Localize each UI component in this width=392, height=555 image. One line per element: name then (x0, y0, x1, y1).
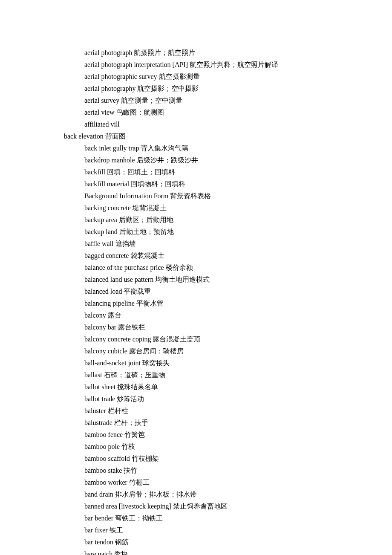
term-english: band drain (84, 491, 113, 498)
term-chinese: 竹篱笆 (124, 431, 145, 438)
glossary-entry: banned area [livestock keeping] 禁止饲养禽畜地区 (64, 500, 354, 512)
term-chinese: 炒筹活动 (117, 395, 144, 402)
term-chinese: 扶竹 (124, 467, 137, 474)
glossary-entry: bare patch 秃块 (64, 548, 354, 555)
term-chinese: 航空摄影；空中摄影 (137, 85, 199, 92)
term-english: baluster (84, 407, 106, 414)
term-chinese: 平衡水管 (136, 300, 164, 307)
term-english: backing concrete (84, 204, 131, 211)
term-english: bamboo pole (84, 443, 120, 450)
glossary-entry: backup area 后勤区；后勤用地 (64, 214, 354, 226)
term-english: aerial survey (84, 97, 119, 104)
glossary-entry: Background Information Form 背景资料表格 (64, 190, 354, 202)
term-english: balcony bar (84, 324, 116, 331)
term-chinese: 后勤区；后勤用地 (119, 216, 173, 223)
term-chinese: 石碴；道碴；压重物 (104, 371, 165, 379)
glossary-entry: backup land 后勤土地；预留地 (64, 226, 354, 238)
term-english: balcony concrete coping (84, 335, 151, 343)
term-english: Background Information Form (84, 192, 168, 199)
term-chinese: 露台 (108, 312, 121, 319)
glossary-entry: aerial photography 航空摄影；空中摄影 (64, 83, 354, 95)
glossary-entry: aerial photograph 航摄照片；航空照片 (64, 47, 354, 59)
glossary-entry: ballot sheet 搅珠结果名单 (64, 381, 354, 393)
term-english: backdrop manhole (84, 156, 135, 164)
term-chinese: 钢筋 (115, 538, 129, 546)
glossary-entry: bar tendon 钢筋 (64, 536, 354, 548)
glossary-entry: balustrade 栏杆；扶手 (64, 417, 354, 429)
glossary-entry: balanced land use pattern 均衡土地用途模式 (64, 274, 354, 286)
glossary-entry: balcony concrete coping 露台混凝土盖顶 (64, 333, 354, 345)
document-page: aerial photograph 航摄照片；航空照片aerial photog… (0, 0, 392, 555)
glossary-entry: ball-and-socket joint 球窝接头 (64, 357, 354, 369)
term-english: bar fixer (84, 526, 108, 534)
term-english: back elevation (64, 133, 104, 140)
glossary-entry: bamboo fence 竹篱笆 (64, 429, 354, 441)
glossary-entry: baffle wall 遮挡墙 (64, 238, 354, 250)
term-chinese: 航空摄影测量 (159, 73, 200, 80)
glossary-entry: balcony cubicle 露台房间；骑楼房 (64, 345, 354, 357)
term-english: ballot sheet (84, 383, 115, 390)
term-chinese: 平衡载重 (124, 288, 151, 295)
term-chinese: 秃块 (114, 550, 128, 555)
term-english: bar tendon (84, 538, 113, 546)
term-chinese: 鸟瞰图；航测图 (116, 109, 164, 116)
glossary-entry: band drain 排水肩带；排水板；排水带 (64, 489, 354, 500)
glossary-entry: bar bender 弯铁工；拗铁工 (64, 512, 354, 524)
term-english: ballast (84, 371, 102, 379)
term-chinese: 栏杆柱 (108, 407, 128, 414)
term-english: bamboo fence (84, 431, 123, 438)
term-chinese: 禁止饲养禽畜地区 (173, 503, 228, 510)
glossary-entry: affiliated vill (64, 119, 354, 130)
term-chinese: 背入集水沟气隔 (141, 145, 188, 152)
glossary-entry: bamboo stake 扶竹 (64, 465, 354, 477)
term-english: aerial view (84, 109, 115, 116)
term-english: backfill (84, 168, 105, 176)
glossary-entry: balcony 露台 (64, 309, 354, 321)
glossary-entry: aerial survey 航空测量；空中测量 (64, 95, 354, 107)
glossary-entry: back elevation 背面图 (64, 130, 354, 142)
term-chinese: 回填；回填土；回填料 (107, 168, 175, 176)
term-english: ball-and-socket joint (84, 359, 141, 367)
term-chinese: 竹棚工 (129, 479, 150, 486)
glossary-entry: backfill material 回填物料；回填料 (64, 178, 354, 190)
glossary-entry: aerial photograph interpretation [API] 航… (64, 59, 354, 71)
glossary-entry: balanced load 平衡载重 (64, 286, 354, 298)
glossary-entry: bar fixer 铁工 (64, 524, 354, 536)
term-chinese: 遮挡墙 (115, 240, 136, 247)
term-chinese: 搅珠结果名单 (117, 383, 158, 390)
term-english: backfill material (84, 180, 129, 188)
glossary-entry: back inlet gully trap 背入集水沟气隔 (64, 142, 354, 154)
term-chinese: 楼价余额 (166, 264, 193, 271)
term-english: bagged concrete (84, 252, 129, 259)
term-english: bamboo scaffold (84, 455, 130, 462)
term-chinese: 露台铁栏 (118, 324, 145, 331)
term-chinese: 背景资料表格 (170, 192, 211, 199)
term-chinese: 栏杆；扶手 (114, 419, 148, 426)
term-english: back inlet gully trap (84, 145, 139, 152)
glossary-entry: balcony bar 露台铁栏 (64, 321, 354, 333)
glossary-entry: ballot trade 炒筹活动 (64, 393, 354, 405)
term-chinese: 竹枝 (121, 443, 135, 450)
term-english: backup area (84, 216, 117, 223)
glossary-entry: bamboo worker 竹棚工 (64, 477, 354, 489)
term-english: backup land (84, 228, 118, 235)
term-english: bar bender (84, 515, 113, 522)
term-chinese: 航空测量；空中测量 (121, 97, 182, 104)
term-chinese: 排水肩带；排水板；排水带 (115, 491, 197, 498)
glossary-entry: aerial photographic survey 航空摄影测量 (64, 71, 354, 83)
glossary-entry: bagged concrete 袋装混凝土 (64, 250, 354, 262)
term-chinese: 背面图 (105, 133, 126, 140)
term-english: bare patch (84, 550, 112, 555)
term-english: balancing pipeline (84, 300, 135, 307)
term-chinese: 弯铁工；拗铁工 (115, 515, 163, 522)
term-chinese: 后级沙井；跌级沙井 (137, 156, 198, 164)
term-english: balustrade (84, 419, 112, 426)
glossary-entry: backdrop manhole 后级沙井；跌级沙井 (64, 154, 354, 166)
term-english: aerial photograph (84, 49, 132, 56)
term-english: balance of the purchase price (84, 264, 164, 271)
glossary-entry: bamboo pole 竹枝 (64, 441, 354, 453)
term-chinese: 球窝接头 (142, 359, 170, 367)
term-english: bamboo worker (84, 479, 127, 486)
glossary-entry: balancing pipeline 平衡水管 (64, 298, 354, 309)
term-chinese: 铁工 (110, 526, 123, 534)
